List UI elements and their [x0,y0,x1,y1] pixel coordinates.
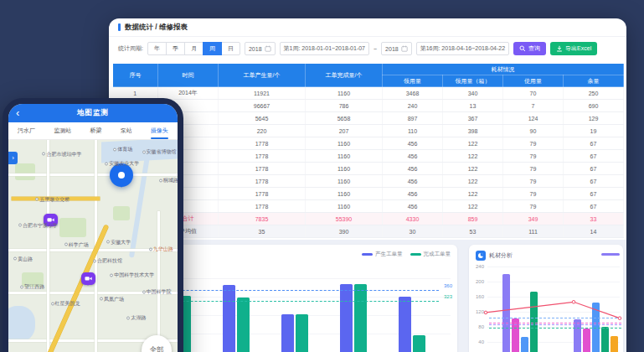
poi-dot [159,179,162,182]
table-cell: 53 [443,225,503,238]
table-cell: 1160 [306,200,383,213]
phone-tab-摄像头[interactable]: 摄像头 [151,122,168,139]
table-cell: 111 [503,225,564,238]
poi-dot [51,302,54,305]
table-row: 6177811604561227967 [113,150,624,163]
total-row: 合计783555390433085934933 [113,213,624,225]
map-label: 九华山路 [149,246,173,253]
calendar-icon [265,45,271,52]
bar-产生工单量 [281,314,294,352]
table-cell: 390 [306,225,383,238]
bar-产生工单量 [223,285,235,352]
table-cell: 1160 [306,163,383,175]
lake [8,306,35,341]
poi-dot [110,273,113,277]
poi-dot [126,316,130,319]
video-camera-icon [85,276,92,282]
period-option[interactable]: 年 [147,42,167,55]
end-week-input[interactable]: 第16周: 2018-04-16~2018-04-22 [416,42,509,55]
table-cell: 67 [564,175,624,188]
table-cell: 1160 [306,87,383,100]
query-button[interactable]: 查询 [513,42,546,55]
period-option[interactable]: 月 [184,42,204,55]
table-row: 9177811604561227967 [113,188,624,200]
table-cell: 1160 [306,188,383,200]
legend-line-stub[interactable] [601,253,620,256]
table-row: 8177811604561227967 [113,175,624,188]
column-header: 序号 [113,64,158,87]
chart-title-row: 耗材分析 [476,251,513,261]
panel-expand-button[interactable]: › [8,152,18,164]
y-axis-label: 120 [471,309,484,314]
period-option[interactable]: 周 [203,42,222,55]
table-cell: 79 [503,200,564,213]
y-axis-label: 160 [471,294,484,299]
table-cell: 1778 [219,188,306,200]
table-cell: 79 [503,175,564,188]
poi-dot [20,285,23,288]
table-cell: 33 [564,213,624,225]
table-cell: 90 [503,125,564,137]
column-header: 时间 [158,64,219,87]
end-year-select[interactable]: 2018 [381,42,412,55]
phone-mockup: ‹ 地图监测 污水厂监测站桥梁泵站摄像头 [3,98,183,352]
table-cell: 1778 [219,137,306,150]
table-cell: 55390 [306,213,383,225]
phone-tab-监测站[interactable]: 监测站 [54,122,71,139]
title-accent-bar [118,23,121,31]
pie-chart-icon [476,251,486,261]
back-icon[interactable]: ‹ [16,105,19,122]
bar-完成工单量 [354,284,367,352]
export-excel-button[interactable]: 导出Excel [550,42,597,55]
poi-dot [64,243,68,246]
phone-tab-桥梁[interactable]: 桥梁 [90,122,101,139]
bar [512,318,519,352]
start-year-select[interactable]: 2018 [245,42,276,55]
poi-dot [142,290,146,293]
table-cell: 1778 [219,150,306,163]
period-option[interactable]: 日 [221,42,240,55]
map-canvas[interactable]: › 全部 合肥市琥珀中学体育场安徽农业大学安徽省博物馆桐城路五里墩立交桥合肥市宁… [8,140,178,352]
table-cell: 35 [219,225,306,238]
table-cell: 367 [443,112,503,125]
map-label: 安徽大学 [106,238,131,246]
map-label: 凤凰广场 [100,295,124,303]
phone-tab-bar: 污水厂监测站桥梁泵站摄像头 [8,122,178,140]
camera-pin-marker[interactable] [81,272,95,285]
trend-line-layer [469,245,623,352]
table-cell: 67 [564,163,624,175]
bar [601,327,609,352]
show-all-button[interactable]: 全部 [142,335,172,352]
period-option[interactable]: 季 [166,42,185,55]
map-label: 科学广场 [64,241,89,248]
table-cell: 240 [383,100,443,112]
map-label: 黄山路 [13,255,33,262]
bar [502,274,510,352]
table-cell: 1160 [306,137,383,150]
table-cell: 456 [383,163,443,175]
map-label: 中国科学技术大学 [110,272,154,279]
charts-section: 产生工单量完成工单量 360323 耗材分析 2402001601208040 [109,240,626,352]
table-row: 10177811604561227967 [113,200,624,213]
legend-item[interactable]: 产生工单量 [362,251,403,258]
chart-title: 耗材分析 [489,251,513,260]
y-axis-label: 240 [471,264,484,269]
road [47,140,49,352]
sub-column-header: 领用量（箱） [443,75,503,87]
table-cell: 398 [443,125,503,137]
phone-tab-泵站[interactable]: 泵站 [121,122,132,139]
breadcrumb: 数据统计 / 维修报表 [125,23,188,33]
phone-tab-污水厂[interactable]: 污水厂 [18,122,35,139]
map-label: 合肥科技馆 [93,257,122,265]
bar-产生工单量 [399,297,411,352]
poi-dot [42,153,45,156]
table-cell: 897 [383,112,443,125]
table-cell: 1778 [219,175,306,188]
poi-dot [106,241,110,244]
start-week-input[interactable]: 第1周: 2018-01-01~2018-01-07 [280,42,369,55]
table-cell: 456 [383,188,443,200]
legend-item[interactable]: 完成工单量 [410,251,451,258]
table-cell: 122 [443,175,503,188]
table-cell: 122 [443,163,503,175]
table-row: 356455658897367124129 [113,112,624,125]
